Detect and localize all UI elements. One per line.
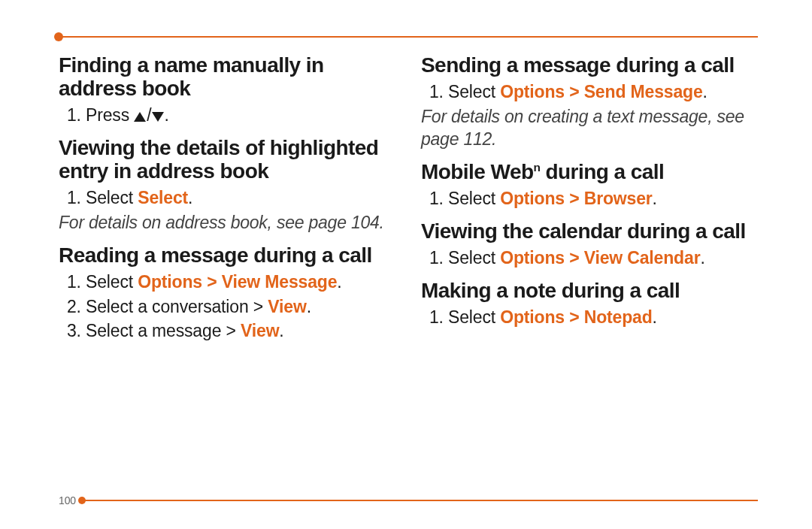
step-suffix: . (703, 82, 707, 101)
step-suffix: . (653, 189, 657, 208)
note-text-msg: For details on creating a text message, … (421, 106, 758, 150)
step-suffix: . (164, 105, 168, 125)
steps-make-note: Select Options > Notepad. (421, 306, 758, 328)
steps-mobile-web: Select Options > Browser. (421, 187, 758, 210)
top-rule (59, 36, 758, 38)
content-columns: Finding a name manually in address book … (59, 54, 758, 343)
step-options-notepad: Select Options > Notepad. (448, 306, 758, 328)
right-column: Sending a message during a call Select O… (421, 54, 758, 343)
step-select-select: Select Select. (86, 186, 395, 209)
up-arrow-icon (134, 112, 146, 122)
steps-read-msg: Select Options > View Message. Select a … (59, 271, 395, 342)
step-press-updown: Press /. (86, 104, 395, 126)
superscript-n: n (533, 161, 540, 174)
steps-view-details: Select Select. (59, 186, 395, 209)
menu-keyword: Options > Send Message (500, 82, 702, 101)
menu-keyword: Options > Browser (500, 189, 652, 208)
step-options-view-msg: Select Options > View Message. (86, 271, 395, 293)
step-text: Select a message > (86, 321, 241, 340)
step-suffix: . (188, 188, 192, 207)
step-text: Select (86, 272, 138, 292)
footer-rule (82, 500, 758, 501)
step-text: Select a conversation > (86, 297, 268, 316)
step-text: Select (86, 188, 138, 207)
step-suffix: . (279, 321, 283, 340)
menu-keyword: Options > View Message (138, 272, 337, 292)
step-options-view-calendar: Select Options > View Calendar. (448, 246, 758, 269)
step-conversation-view: Select a conversation > View. (86, 295, 395, 318)
step-text: Select (448, 307, 500, 327)
step-suffix: . (337, 272, 341, 292)
down-arrow-icon (152, 112, 164, 122)
step-text: Press (86, 105, 134, 125)
page-number: 100 (59, 494, 79, 506)
menu-keyword: View (241, 321, 279, 340)
heading-part-a: Mobile Web (421, 160, 533, 183)
heading-find-name: Finding a name manually in address book (59, 54, 395, 101)
step-options-browser: Select Options > Browser. (448, 187, 758, 210)
page-footer: 100 (59, 494, 758, 506)
heading-send-msg: Sending a message during a call (421, 54, 758, 77)
left-column: Finding a name manually in address book … (59, 54, 395, 343)
menu-keyword: Select (138, 188, 188, 207)
heading-part-b: during a call (540, 160, 664, 183)
menu-keyword: View (268, 297, 306, 316)
steps-send-msg: Select Options > Send Message. (421, 80, 758, 103)
slash-icon: / (146, 105, 152, 125)
step-text: Select (448, 82, 500, 101)
heading-view-calendar: Viewing the calendar during a call (421, 220, 758, 243)
step-text: Select (448, 248, 500, 268)
note-addressbook: For details on address book, see page 10… (59, 212, 395, 234)
step-suffix: . (653, 307, 657, 327)
step-suffix: . (307, 297, 311, 316)
manual-page: Finding a name manually in address book … (0, 0, 812, 529)
steps-find-name: Press /. (59, 104, 395, 126)
heading-read-msg: Reading a message during a call (59, 244, 395, 268)
step-suffix: . (700, 248, 704, 268)
menu-keyword: Options > Notepad (500, 307, 652, 327)
heading-make-note: Making a note during a call (421, 280, 758, 303)
heading-view-details: Viewing the details of highlighted entry… (59, 137, 395, 183)
step-message-view: Select a message > View. (86, 319, 395, 342)
menu-keyword: Options > View Calendar (500, 248, 700, 268)
step-options-send-msg: Select Options > Send Message. (448, 80, 758, 103)
heading-mobile-web: Mobile Webn during a call (421, 161, 758, 184)
steps-view-calendar: Select Options > View Calendar. (421, 246, 758, 269)
step-text: Select (448, 189, 500, 208)
